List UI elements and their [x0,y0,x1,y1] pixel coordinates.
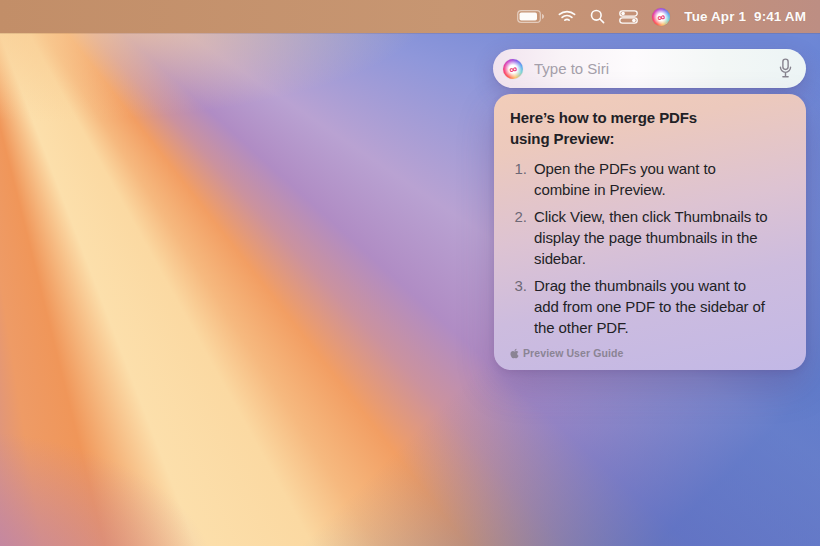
apple-logo-icon [510,348,519,359]
siri-text-input[interactable] [532,59,776,78]
list-item: 2. Click View, then click Thumbnails to … [510,206,790,269]
spotlight-search-icon[interactable] [590,0,605,33]
instruction-list: 1. Open the PDFs you want to combine in … [510,158,790,338]
type-to-siri-bar[interactable]: ∞ [493,49,806,88]
card-title: Here’s how to merge PDFs using Preview: [510,107,790,149]
list-item: 3. Drag the thumbnails you want to add f… [510,275,790,338]
source-link[interactable]: Preview User Guide [510,347,790,359]
source-label: Preview User Guide [523,347,623,359]
menu-bar-clock[interactable]: Tue Apr 1 9:41 AM [684,9,806,24]
battery-icon[interactable] [517,0,544,33]
step-text: Drag the thumbnails you want to add from… [534,275,765,338]
clock-time: 9:41 AM [754,9,806,24]
microphone-icon[interactable] [776,56,795,81]
clock-date: Tue Apr 1 [684,9,746,24]
desktop-screen: ∞ Tue Apr 1 9:41 AM ∞ Here’s how to merg… [0,0,820,546]
menu-bar: ∞ Tue Apr 1 9:41 AM [0,0,820,33]
wifi-icon[interactable] [558,0,576,33]
list-item: 1. Open the PDFs you want to combine in … [510,158,790,200]
control-center-icon[interactable] [619,0,638,33]
step-number: 1. [510,158,527,200]
siri-orb-glyph: ∞ [652,8,670,26]
step-number: 3. [510,275,527,338]
siri-response-card: Here’s how to merge PDFs using Preview: … [494,94,806,370]
siri-orb-icon: ∞ [503,59,523,79]
step-number: 2. [510,206,527,269]
siri-icon[interactable]: ∞ [652,0,670,33]
step-text: Click View, then click Thumbnails to dis… [534,206,767,269]
step-text: Open the PDFs you want to combine in Pre… [534,158,716,200]
